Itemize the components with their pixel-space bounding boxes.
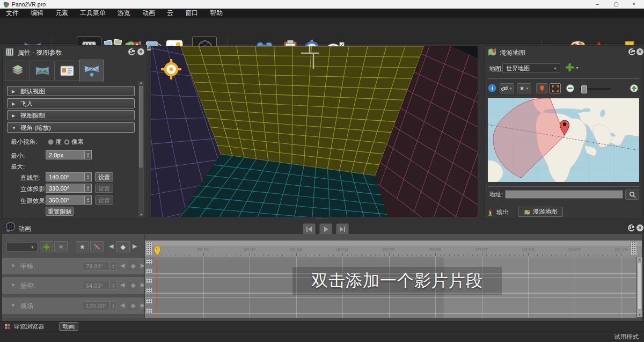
row-handle[interactable]	[145, 268, 152, 274]
reset-limits-button[interactable]: 重置限制	[46, 207, 74, 216]
close-button[interactable]: ×	[627, 0, 641, 9]
collapse-arrow[interactable]: ▼	[11, 282, 16, 288]
spinner[interactable]: ▲▼	[84, 173, 91, 181]
section-fov-zoom[interactable]: ▼视角 (缩放)	[7, 122, 135, 133]
close-panel-icon[interactable]: ×	[636, 224, 643, 231]
panorama-viewport[interactable]	[151, 46, 478, 217]
radio-pixels-label[interactable]: 像素	[71, 138, 84, 146]
keyframe-diamond-button[interactable]: ◆	[127, 260, 140, 271]
row-handle[interactable]	[145, 259, 152, 264]
keyframe-diamond-button[interactable]: ◆	[127, 300, 140, 311]
menu-cloud[interactable]: 云	[161, 9, 179, 18]
menu-file[interactable]: 文件	[0, 9, 25, 18]
tab-patches[interactable]	[5, 61, 30, 81]
tour-map-panel-header[interactable]: 漫游地图 ×	[485, 46, 642, 59]
skip-end-button[interactable]	[336, 223, 349, 235]
set-rectilinear-button[interactable]: 设置	[95, 172, 113, 181]
tab-tour-map[interactable]: 漫游地图	[518, 207, 563, 217]
menu-tools[interactable]: 工具菜单	[74, 9, 112, 18]
address-search-button[interactable]	[625, 190, 639, 200]
row-handle[interactable]	[145, 278, 152, 283]
section-view-limits[interactable]: ▶视图限制	[7, 110, 135, 120]
timeline-scrollbar[interactable]: ▲ ▼	[637, 257, 642, 317]
keyframe-star-button[interactable]: ★	[76, 241, 89, 252]
ruler-right-handle[interactable]	[630, 242, 637, 256]
restore-button[interactable]: ▢	[609, 0, 623, 9]
tab-animation[interactable]: 动画	[59, 322, 78, 331]
collapse-arrow[interactable]: ▼	[11, 303, 16, 308]
fisheye-field[interactable]: 360.00°▲▼	[46, 195, 92, 205]
timeline-ruler[interactable]: 00:0100:0200:0300:0400:0500:0600:0700:08…	[145, 241, 642, 257]
skip-start-button[interactable]	[303, 223, 316, 235]
link-tool-button[interactable]: ▼	[500, 83, 514, 93]
menu-help[interactable]: 帮助	[204, 9, 229, 18]
minimize-button[interactable]: –	[590, 0, 604, 9]
collapse-arrow[interactable]: ▼	[11, 263, 16, 268]
row-handle[interactable]	[145, 308, 152, 314]
timeline-rows[interactable]: 双击添加一个影片片段	[145, 257, 636, 318]
menu-tour[interactable]: 游览	[112, 9, 136, 18]
spinner[interactable]: ▲▼	[84, 196, 91, 204]
zoom-out-button[interactable]	[566, 84, 574, 94]
clip-tools-button[interactable]	[90, 241, 104, 252]
menu-elements[interactable]: 元素	[49, 9, 74, 18]
row-pan[interactable]: ▼ 平移: 79.84°▲▼ ◀ ◆ ▶	[2, 258, 145, 274]
keyframe-diamond-button[interactable]: ◆	[127, 280, 140, 290]
zoom-in-button[interactable]	[630, 84, 638, 94]
row-handle[interactable]	[145, 288, 152, 293]
tab-panorama[interactable]	[30, 61, 55, 81]
float-panel-icon[interactable]	[128, 48, 135, 55]
spinner[interactable]: ▲▼	[84, 184, 91, 192]
menu-edit[interactable]: 编辑	[25, 9, 49, 18]
pan-value-field[interactable]: 79.84°▲▼	[83, 261, 117, 271]
radio-pixels[interactable]	[64, 139, 70, 145]
spinner[interactable]: ▲▼	[84, 151, 91, 159]
address-input[interactable]	[505, 190, 623, 199]
rectilinear-field[interactable]: 140.00°▲▼	[46, 172, 92, 181]
section-default-view[interactable]: ▶默认视图	[7, 86, 135, 96]
fov-value-field[interactable]: 120.00°▲▼	[83, 301, 117, 310]
tab-output[interactable]: 输出	[488, 207, 509, 217]
close-panel-icon[interactable]: ×	[636, 48, 643, 55]
add-map-button[interactable]	[565, 63, 574, 74]
section-fly-in[interactable]: ▶飞入	[7, 98, 135, 108]
tab-tour-browser[interactable]: 导览浏览器	[4, 322, 45, 331]
world-map[interactable]	[488, 98, 639, 182]
row-tilt[interactable]: ▼ 俯仰: 54.03°▲▼ ◀ ◆ ▶	[2, 277, 145, 294]
pin-tool-button[interactable]	[536, 83, 547, 93]
map-info-button[interactable]: i	[488, 84, 496, 94]
tilt-value-field[interactable]: 54.03°▲▼	[83, 281, 117, 290]
fit-view-button[interactable]	[550, 83, 561, 93]
tab-viewing-parameters[interactable]	[79, 60, 104, 82]
menu-window[interactable]: 窗口	[179, 9, 204, 18]
splitter-handle[interactable]: ······	[316, 215, 328, 221]
prev-keyframe-button[interactable]: ◀	[120, 262, 125, 269]
float-panel-icon[interactable]	[628, 48, 635, 55]
star-tool-button[interactable]: ★▼	[517, 83, 531, 93]
timeline-hint[interactable]: 双击添加一个影片片段	[292, 267, 502, 295]
row-fov[interactable]: ▼ 视场: 120.00°▲▼ ◀ ◆ ▶	[2, 297, 145, 314]
min-fov-field[interactable]: 2.0px▲▼	[46, 150, 92, 159]
close-panel-icon[interactable]: ×	[137, 48, 144, 55]
prev-keyframe-button[interactable]: ◀	[109, 243, 113, 250]
keyframe-diamond-button[interactable]: ◆	[116, 241, 130, 252]
menu-animation[interactable]: 动画	[136, 9, 161, 18]
stereographic-field[interactable]: 330.00°▲▼	[46, 184, 92, 193]
radio-degrees[interactable]	[48, 139, 54, 145]
prev-keyframe-button[interactable]: ◀	[120, 281, 125, 288]
ruler-left-handle[interactable]	[145, 242, 152, 256]
next-keyframe-button[interactable]: ▶	[133, 243, 137, 250]
tab-info-card[interactable]	[54, 61, 79, 81]
row-handle[interactable]	[145, 299, 152, 304]
properties-scrollbar[interactable]: ▲ ▼	[138, 81, 144, 216]
add-clip-button[interactable]	[40, 241, 53, 252]
map-select-dropdown[interactable]: 世界地图▼	[502, 63, 560, 73]
clip-select-dropdown[interactable]: ▼	[6, 242, 38, 252]
float-panel-icon[interactable]	[628, 224, 635, 231]
delete-clip-button[interactable]: ×	[54, 241, 68, 252]
zoom-slider-handle[interactable]	[581, 85, 587, 93]
playhead-marker[interactable]	[153, 245, 161, 256]
prev-keyframe-button[interactable]: ◀	[120, 302, 125, 309]
properties-panel-header[interactable]: 属性 - 视图参数 ×	[3, 46, 147, 59]
add-map-dropdown-arrow[interactable]: ▼	[575, 66, 579, 70]
